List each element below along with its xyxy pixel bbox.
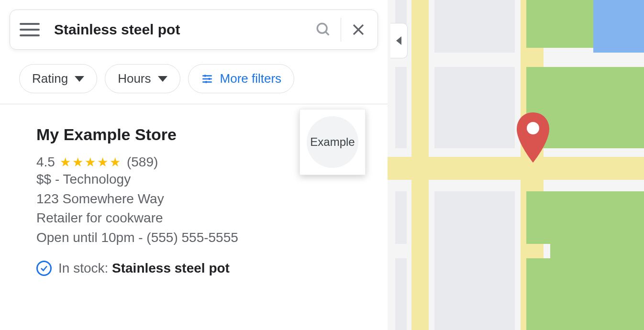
- check-circle-icon: [36, 261, 52, 276]
- sliders-icon: [201, 73, 213, 85]
- review-count: (589): [127, 154, 158, 170]
- star-icons: ★★★★★: [60, 155, 122, 170]
- search-bar: [10, 10, 378, 50]
- thumbnail-label: Example: [310, 135, 355, 149]
- search-icon[interactable]: [309, 15, 338, 44]
- result-address: 123 Somewhere Way: [36, 189, 368, 209]
- result-description: Retailer for cookware: [36, 209, 368, 228]
- chevron-down-icon: [75, 76, 84, 82]
- rating-value: 4.5: [36, 154, 55, 170]
- rating-filter[interactable]: Rating: [19, 64, 97, 93]
- search-input[interactable]: [54, 22, 309, 38]
- instock-product: Stainless steel pot: [112, 261, 230, 275]
- svg-point-0: [317, 23, 327, 33]
- hours-filter[interactable]: Hours: [105, 64, 180, 93]
- results-panel: Rating Hours More filters My Example Sto…: [0, 0, 388, 330]
- chevron-left-icon: [396, 36, 401, 45]
- svg-point-10: [527, 122, 539, 134]
- thumbnail-placeholder: Example: [307, 116, 358, 168]
- more-filters-button[interactable]: More filters: [188, 64, 295, 93]
- result-thumbnail[interactable]: Example: [300, 109, 366, 175]
- instock-label: In stock:: [58, 261, 112, 275]
- map-canvas[interactable]: [388, 0, 644, 330]
- result-hours-phone: Open until 10pm - (555) 555-5555: [36, 228, 368, 248]
- close-icon[interactable]: [344, 15, 373, 44]
- map-pin-icon[interactable]: [514, 110, 552, 163]
- svg-line-1: [325, 32, 329, 35]
- rating-filter-label: Rating: [32, 71, 68, 86]
- hours-filter-label: Hours: [118, 71, 151, 86]
- instock-row: In stock: Stainless steel pot: [36, 261, 368, 276]
- hamburger-menu-icon[interactable]: [20, 20, 40, 40]
- filter-bar: Rating Hours More filters: [0, 50, 388, 103]
- search-divider: [341, 18, 341, 42]
- collapse-panel-button[interactable]: [390, 23, 408, 58]
- more-filters-label: More filters: [220, 71, 282, 86]
- result-card[interactable]: My Example Store 4.5 ★★★★★ (589) $$ - Te…: [0, 104, 388, 276]
- chevron-down-icon: [158, 76, 167, 82]
